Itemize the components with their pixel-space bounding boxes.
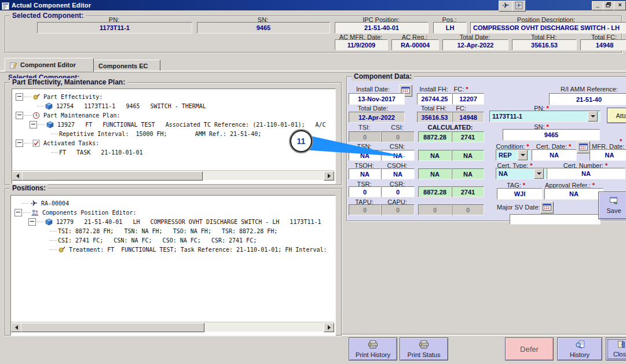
calculated-fh-4: 8872.28 [418, 186, 452, 197]
major-sv-date-calendar-button[interactable] [540, 201, 554, 214]
install-fh-field[interactable]: 26744.25 [417, 93, 452, 105]
cert-number-field[interactable]: NA [547, 168, 625, 179]
pos-field: LH [433, 22, 467, 34]
approval-refer-field[interactable]: NA [544, 188, 603, 200]
tree-expander-icon[interactable] [16, 112, 23, 119]
cd-total-fh-field: 35616.53 [417, 112, 452, 123]
aircraft-framed-icon [515, 1, 523, 12]
scroll-right-icon[interactable] [324, 323, 334, 332]
part-effectivity-group-title: Part Effectivity, Maintenance Plan: [10, 78, 127, 86]
tsi-label: TSI: [349, 124, 380, 131]
tree-node-label: 12779 21-51-40-01 LH COMPRESSOR OVHT DIS… [56, 219, 321, 225]
ac-reg-field: RA-00004 [391, 39, 439, 50]
save-icon [609, 197, 618, 206]
positions-tree-hscrollbar[interactable] [11, 322, 334, 332]
scrollbar-thumb[interactable] [22, 171, 203, 181]
tree-node-label: Part Effectivity: [43, 94, 102, 100]
tree-node-label: Activated Tasks: [43, 140, 99, 146]
tree-row[interactable]: TSI: 8872.28 FH; TSN: NA FH; TSO: NA FH;… [11, 226, 335, 236]
close-window-button[interactable]: × [614, 1, 626, 10]
tree-node-label: RA-00004 [41, 200, 69, 207]
header-pn-field: 1173T11-1 [37, 22, 192, 34]
tag-field[interactable]: WJI [497, 188, 543, 200]
part-effectivity-icon [32, 93, 41, 101]
print-status-button[interactable]: Print Status [400, 337, 448, 361]
save-button[interactable]: Save [598, 192, 626, 219]
part-tree-hscrollbar[interactable] [12, 170, 334, 180]
tree-node-label: Treatment: FT FUNCTIONAL TEST; Task Refe… [69, 247, 327, 253]
csr-field[interactable]: 0 [381, 186, 415, 197]
tab-components-ec[interactable]: Components EC [93, 60, 160, 72]
footer-divider [342, 334, 626, 336]
major-sv-date-label: Major SV Date: [497, 204, 540, 211]
tree-row[interactable]: CSI: 2741 FC; CSN: NA FC; CSO: NA FC; CS… [11, 236, 335, 245]
aircraft-icon [501, 1, 510, 12]
cert-date-field[interactable]: NA [532, 149, 577, 161]
ri-amm-reference-field[interactable]: 21-51-40 [549, 93, 626, 105]
tree-row[interactable]: Components Position Editor: [11, 208, 335, 217]
tree-node-label: CSI: 2741 FC; CSN: NA FC; CSO: NA FC; CS… [58, 237, 257, 244]
minimize-icon: _ [596, 3, 599, 9]
chevron-down-icon[interactable] [588, 111, 598, 122]
tsoh-field[interactable]: NA [349, 168, 381, 179]
scroll-left-icon[interactable] [11, 323, 21, 332]
cd-sn-field[interactable]: 9465 [503, 129, 600, 141]
pn-combobox[interactable]: 1173T11-1 [489, 111, 601, 122]
mfr-date-field[interactable]: NA [590, 149, 626, 161]
tree-row[interactable]: Repetitive Interval: 15000 FH; AMM Ref.:… [12, 129, 335, 138]
tree-row[interactable]: RA-00004 [11, 198, 335, 208]
print-history-button[interactable]: Print History [349, 337, 397, 361]
cd-total-date-field: 12-Apr-2022 [349, 112, 405, 123]
scroll-right-icon[interactable] [324, 171, 334, 181]
tsr-field[interactable]: 0 [349, 186, 381, 197]
exit-door-icon [617, 340, 625, 350]
tree-row[interactable]: 13927 FT FUNCTIONAL TEST Associated TC R… [12, 120, 335, 129]
scroll-left-icon[interactable] [12, 171, 23, 181]
callout-step-badge: 11 [290, 130, 312, 152]
component-cube-icon [46, 121, 55, 128]
title-bar[interactable]: Actual Component Editor [0, 0, 626, 10]
tree-row[interactable]: Part Maintenance Plan: [12, 111, 335, 120]
scrollbar-thumb[interactable] [21, 323, 204, 332]
tree-node-label: 12754 1173T11-1 9465 SWITCH - THERMAL [56, 103, 206, 109]
total-fc-field: 14948 [580, 39, 626, 50]
tree-row[interactable]: Part Effectivity: [12, 92, 335, 101]
major-sv-date-field[interactable] [510, 214, 601, 225]
tree-node-label: Repetitive Interval: 15000 FH; AMM Ref.:… [59, 131, 261, 137]
aircraft-toolbar-button-2[interactable] [512, 1, 526, 12]
cd-total-date-label: Total Date: [349, 105, 397, 112]
component-cube-icon [45, 102, 54, 110]
minimize-button[interactable]: _ [592, 1, 603, 10]
attach-button[interactable]: Attach [607, 108, 626, 123]
positions-tree[interactable]: RA-00004Components Position Editor:12779… [10, 195, 336, 336]
aircraft-toolbar-button-1[interactable] [499, 1, 512, 12]
tab-component-editor[interactable]: Component Editor [5, 58, 94, 72]
install-date-field[interactable]: 13-Nov-2017 [349, 93, 405, 105]
tree-expander-icon[interactable] [30, 121, 37, 128]
calculated-fh-2: NA [418, 150, 452, 161]
defer-button[interactable]: Defer [505, 337, 554, 361]
chevron-down-icon[interactable] [518, 150, 528, 160]
tree-row[interactable]: 12779 21-51-40-01 LH COMPRESSOR OVHT DIS… [11, 217, 335, 226]
install-fc-field[interactable]: 12207 [452, 93, 484, 105]
tree-expander-icon[interactable] [14, 209, 22, 216]
total-fh-field: 35616.53 [512, 39, 577, 50]
tree-expander-icon[interactable] [28, 218, 36, 226]
tree-expander-icon[interactable] [16, 139, 23, 147]
restore-button[interactable] [603, 1, 614, 10]
tree-expander-icon[interactable] [16, 93, 23, 101]
tree-row[interactable]: Activated Tasks: [12, 138, 335, 148]
calculated-fc-4: 2741 [452, 186, 484, 197]
calendar-icon [579, 142, 588, 153]
tree-row[interactable]: 12754 1173T11-1 9465 SWITCH - THERMAL [12, 101, 335, 111]
csoh-field[interactable]: NA [381, 168, 415, 179]
tree-row[interactable]: Treatment: FT FUNCTIONAL TEST; Task Refe… [11, 245, 335, 254]
history-button[interactable]: History [557, 337, 602, 361]
tree-row[interactable]: FT TASK 21-110-01-01 [12, 148, 335, 157]
tab-components-ec-label: Components EC [98, 62, 148, 69]
chevron-down-icon[interactable] [534, 168, 544, 179]
app-icon [2, 2, 9, 9]
close-button[interactable]: Close [606, 337, 626, 361]
cert-date-calendar-button[interactable] [577, 141, 590, 153]
install-date-label: Install Date: [349, 86, 397, 93]
